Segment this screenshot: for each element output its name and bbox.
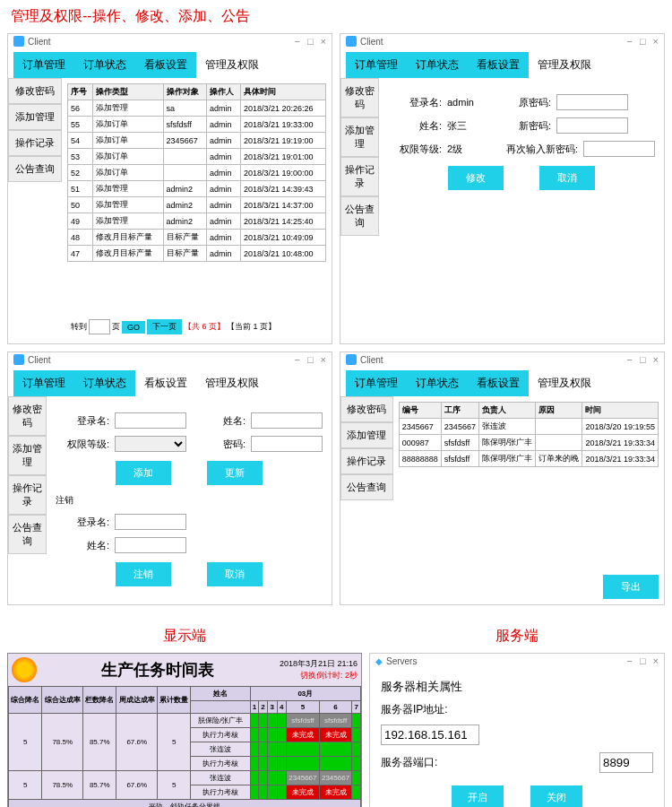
tab-kanban[interactable]: 看板设置 (135, 370, 196, 396)
close-button[interactable]: × (321, 354, 326, 365)
max-button[interactable]: □ (307, 36, 314, 47)
col-header: 序号 (68, 84, 93, 100)
login-input[interactable] (115, 412, 186, 429)
tab-admin[interactable]: 管理及权限 (196, 370, 268, 396)
tab-admin[interactable]: 管理及权限 (529, 52, 600, 78)
max-button[interactable]: □ (640, 354, 646, 365)
close-button[interactable]: × (653, 354, 659, 365)
table-row[interactable]: 23456672345667张连波2018/3/20 19:19:55 (399, 419, 658, 435)
go-button[interactable]: GO (122, 321, 145, 334)
server-window: ◆Servers−□× 服务器相关属性 服务器IP地址: 服务器端口: 开启关闭… (369, 653, 665, 807)
min-button[interactable]: − (626, 36, 632, 47)
delete-button[interactable]: 注销 (116, 562, 171, 586)
side-log[interactable]: 操作记录 (340, 448, 393, 474)
table-row[interactable]: 47修改月目标产量目标产量admin2018/3/21 10:48:00 (68, 246, 326, 262)
side-log[interactable]: 操作记录 (8, 130, 62, 156)
window-announce: Client−□× 订单管理订单状态看板设置管理及权限 修改密码添加管理操作记录… (340, 351, 665, 605)
tab-orders[interactable]: 订单管理 (13, 370, 74, 396)
side-ann[interactable]: 公告查询 (8, 156, 62, 182)
side-ann[interactable]: 公告查询 (340, 196, 379, 236)
port-input[interactable] (599, 752, 653, 773)
tab-status[interactable]: 订单状态 (407, 52, 468, 78)
schedule-title: 生产任务时间表 (39, 659, 278, 681)
tab-orders[interactable]: 订单管理 (346, 370, 407, 396)
col-header: 工序 (441, 403, 478, 419)
tab-status[interactable]: 订单状态 (74, 52, 135, 78)
table-row[interactable]: 88888888sfsfdsff陈保明/张广丰订单来的晚2018/3/21 19… (399, 451, 658, 467)
side-ann[interactable]: 公告查询 (8, 515, 47, 554)
max-button[interactable]: □ (640, 655, 646, 666)
tab-kanban[interactable]: 看板设置 (135, 52, 196, 78)
tab-kanban[interactable]: 看板设置 (468, 52, 529, 78)
side-add[interactable]: 添加管理 (340, 422, 393, 448)
min-button[interactable]: − (626, 655, 632, 666)
newpwd-label: 新密码: (497, 119, 551, 133)
level-select[interactable] (115, 436, 186, 452)
max-button[interactable]: □ (307, 354, 314, 365)
ip-input[interactable] (381, 725, 479, 745)
side-log[interactable]: 操作记录 (8, 475, 47, 515)
table-row[interactable]: 51添加管理admin2admin2018/3/21 14:39:43 (68, 181, 326, 197)
table-row[interactable]: 53添加订单admin2018/3/21 19:01:00 (68, 149, 326, 165)
table-row[interactable]: 50添加管理admin2admin2018/3/21 14:37:00 (68, 197, 326, 213)
table-row[interactable]: 49添加管理admin2admin2018/3/21 14:25:40 (68, 213, 326, 230)
app-icon (13, 36, 24, 47)
tab-status[interactable]: 订单状态 (407, 370, 468, 396)
table-row[interactable]: 52添加订单admin2018/3/21 19:00:00 (68, 165, 326, 181)
side-add[interactable]: 添加管理 (8, 104, 62, 130)
add-button[interactable]: 添加 (116, 461, 171, 485)
pager: 转到页GO下一页【共 6 页】【当前 1 页】 (67, 316, 326, 338)
side-add[interactable]: 添加管理 (8, 436, 47, 475)
col-header: 操作类型 (93, 84, 164, 100)
side-pwd[interactable]: 修改密码 (8, 78, 62, 104)
newpwd-input[interactable] (556, 117, 628, 134)
side-ann[interactable]: 公告查询 (340, 474, 393, 500)
page-input[interactable] (89, 319, 110, 334)
max-button[interactable]: □ (640, 36, 646, 47)
tab-orders[interactable]: 订单管理 (13, 52, 74, 78)
cancel-button[interactable]: 取消 (539, 166, 595, 190)
tab-admin[interactable]: 管理及权限 (529, 370, 600, 396)
table-row[interactable]: 56添加管理saadmin2018/3/21 20:26:26 (68, 100, 326, 117)
reset-button[interactable]: 更新 (207, 461, 263, 485)
oldpwd-input[interactable] (556, 94, 628, 110)
app-icon (346, 354, 357, 365)
table-row[interactable]: 000987sfsfdsff陈保明/张广丰2018/3/21 19:33:34 (399, 435, 658, 451)
min-button[interactable]: − (626, 354, 632, 365)
del-name-input[interactable] (115, 537, 186, 553)
min-button[interactable]: − (294, 36, 299, 47)
stop-button[interactable]: 关闭 (530, 785, 582, 807)
close-button[interactable]: × (653, 655, 659, 666)
close-button[interactable]: × (321, 36, 326, 47)
sidebar: 修改密码添加管理操作记录公告查询 (8, 78, 62, 343)
modify-button[interactable]: 修改 (448, 166, 504, 190)
name-input[interactable] (251, 412, 323, 429)
export-button[interactable]: 导出 (603, 575, 659, 599)
login-label: 登录名: (388, 96, 442, 109)
again-input[interactable] (583, 141, 655, 157)
col-header: 编号 (399, 403, 441, 419)
min-button[interactable]: − (294, 354, 299, 365)
cancel-button[interactable]: 取消 (207, 562, 263, 586)
tab-kanban[interactable]: 看板设置 (468, 370, 529, 396)
pwd-input[interactable] (251, 436, 323, 452)
close-button[interactable]: × (653, 36, 659, 47)
log-table: 序号操作类型操作对象操作人具体时间56添加管理saadmin2018/3/21 … (67, 83, 326, 262)
tab-admin[interactable]: 管理及权限 (196, 52, 268, 78)
app-title: Client (360, 355, 383, 365)
start-button[interactable]: 开启 (452, 785, 504, 807)
table-row[interactable]: 55添加订单sfsfdsffadmin2018/3/21 19:33:00 (68, 117, 326, 133)
side-add[interactable]: 添加管理 (340, 117, 379, 157)
side-pwd[interactable]: 修改密码 (340, 396, 393, 422)
side-pwd[interactable]: 修改密码 (8, 396, 47, 436)
del-login-input[interactable] (115, 514, 186, 530)
logo-icon (12, 657, 37, 682)
table-row[interactable]: 54添加订单2345667admin2018/3/21 19:19:00 (68, 133, 326, 149)
oldpwd-label: 原密码: (497, 96, 551, 109)
table-row[interactable]: 48修改月目标产量目标产量admin2018/3/21 10:49:09 (68, 230, 326, 246)
side-log[interactable]: 操作记录 (340, 157, 379, 196)
side-pwd[interactable]: 修改密码 (340, 78, 379, 117)
tab-status[interactable]: 订单状态 (74, 370, 135, 396)
tab-orders[interactable]: 订单管理 (346, 52, 407, 78)
next-button[interactable]: 下一页 (147, 319, 182, 334)
